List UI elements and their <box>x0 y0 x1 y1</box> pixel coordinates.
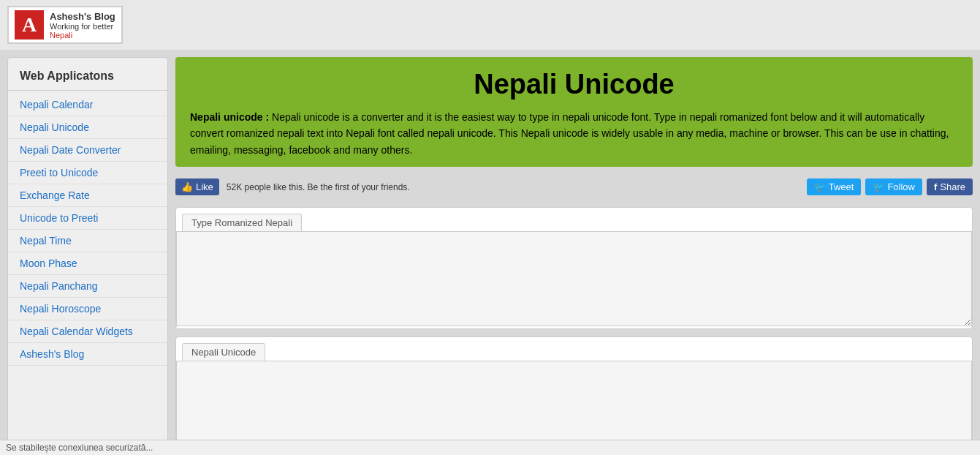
unicode-label: Nepali Unicode <box>182 343 265 361</box>
logo-letter: A <box>15 10 44 40</box>
romanized-nepali-section: Type Romanized Nepali <box>175 207 973 329</box>
logo[interactable]: A Ashesh's Blog Working for better Nepal… <box>7 6 123 44</box>
tweet-button[interactable]: 🐦 Tweet <box>807 178 862 195</box>
like-label: Like <box>196 181 213 192</box>
description-text: Nepali unicode is a converter and it is … <box>190 111 949 156</box>
like-count-text: 52K people like this. Be the first of yo… <box>227 182 410 192</box>
logo-subtitle: Working for better <box>50 22 115 31</box>
social-bar: 👍 Like 52K people like this. Be the firs… <box>175 174 973 200</box>
main-container: Web Applicatons Nepali Calendar Nepali U… <box>7 57 973 455</box>
sidebar-item-asheshs-blog[interactable]: Ashesh's Blog <box>8 343 167 366</box>
sidebar-item-exchange-rate[interactable]: Exchange Rate <box>8 184 167 207</box>
facebook-icon: f <box>934 181 937 192</box>
share-label: Share <box>940 181 965 192</box>
page-description: Nepali unicode : Nepali unicode is a con… <box>190 109 958 158</box>
sidebar-item-unicode-to-preeti[interactable]: Unicode to Preeti <box>8 207 167 230</box>
description-label: Nepali unicode : <box>190 111 269 123</box>
sidebar-title: Web Applicatons <box>8 65 167 91</box>
logo-text-block: Ashesh's Blog Working for better Nepali <box>50 11 115 40</box>
follow-label: Follow <box>887 181 915 192</box>
thumb-icon: 👍 <box>181 181 193 192</box>
sidebar-item-nepali-panchang[interactable]: Nepali Panchang <box>8 275 167 298</box>
nepali-unicode-section: Nepali Unicode <box>175 336 973 455</box>
sidebar-item-nepali-horoscope[interactable]: Nepali Horoscope <box>8 298 167 320</box>
facebook-share-button[interactable]: f Share <box>927 178 973 195</box>
page-banner: Nepali Unicode Nepali unicode : Nepali u… <box>175 57 973 167</box>
sidebar-item-preeti-to-unicode[interactable]: Preeti to Unicode <box>8 162 167 184</box>
romanized-label: Type Romanized Nepali <box>182 214 302 231</box>
sidebar: Web Applicatons Nepali Calendar Nepali U… <box>7 57 168 455</box>
sidebar-item-nepal-time[interactable]: Nepal Time <box>8 230 167 252</box>
follow-button[interactable]: 🐦 Follow <box>865 178 922 195</box>
sidebar-item-nepali-unicode[interactable]: Nepali Unicode <box>8 116 167 139</box>
sidebar-item-nepali-calendar-widgets[interactable]: Nepali Calendar Widgets <box>8 320 167 343</box>
header: A Ashesh's Blog Working for better Nepal… <box>0 0 980 50</box>
page-title: Nepali Unicode <box>190 69 958 100</box>
twitter-follow-icon: 🐦 <box>873 181 884 192</box>
tweet-label: Tweet <box>829 181 854 192</box>
status-text: Se stabilește conexiunea securizată... <box>6 443 153 453</box>
facebook-like-button[interactable]: 👍 Like <box>175 178 219 195</box>
sidebar-item-moon-phase[interactable]: Moon Phase <box>8 252 167 275</box>
twitter-bird-icon: 🐦 <box>814 181 826 192</box>
logo-link: Nepali <box>50 31 115 40</box>
romanized-nepali-input[interactable] <box>176 231 972 326</box>
status-bar: Se stabilește conexiunea securizată... <box>0 440 980 455</box>
logo-title: Ashesh's Blog <box>50 11 115 22</box>
content-area: Nepali Unicode Nepali unicode : Nepali u… <box>175 57 973 455</box>
sidebar-item-nepali-date-converter[interactable]: Nepali Date Converter <box>8 139 167 162</box>
sidebar-item-nepali-calendar[interactable]: Nepali Calendar <box>8 94 167 116</box>
